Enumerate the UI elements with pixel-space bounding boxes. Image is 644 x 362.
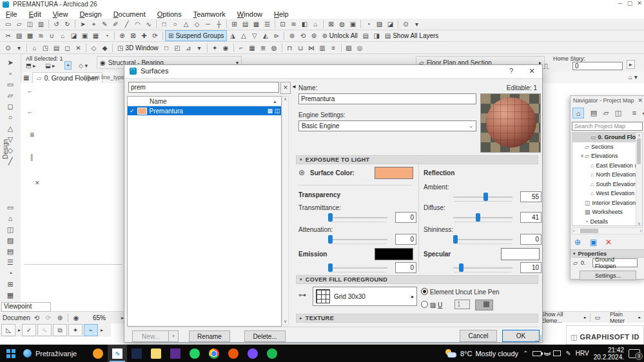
edit-a-icon-1[interactable]: ▨ bbox=[14, 31, 24, 41]
edit-b-icon-0[interactable]: ◮ bbox=[227, 31, 238, 41]
std-icon-26[interactable]: ☰ bbox=[262, 19, 273, 29]
element-uncut-radio[interactable]: Element Uncut Line Pen bbox=[421, 288, 500, 296]
wifi-icon[interactable]: ))) bbox=[544, 352, 551, 355]
rename-button[interactable]: Rename bbox=[189, 330, 230, 342]
specular-slider[interactable] bbox=[453, 263, 512, 272]
navigator-search-input[interactable]: Search Project Map bbox=[572, 122, 643, 131]
edit-a-icon-2[interactable]: ▩ bbox=[24, 31, 35, 41]
custom-pen-radio[interactable]: ▨ U bbox=[421, 301, 442, 309]
menu-edit[interactable]: Edit bbox=[23, 10, 47, 18]
engine-select[interactable]: Basic Engine⌄ bbox=[298, 120, 476, 131]
expander-icon[interactable]: ∨ bbox=[580, 153, 585, 158]
menu-teamwork[interactable]: Teamwork bbox=[188, 10, 231, 18]
std-icon-10[interactable]: ✎ bbox=[99, 19, 110, 29]
edit-b-icon-1[interactable]: △ bbox=[238, 31, 249, 41]
clock[interactable]: 21:4220.2.2024. bbox=[594, 347, 624, 361]
taskbar-search[interactable]: Pretraživanje bbox=[35, 350, 77, 357]
std-icon-25[interactable]: ▦ bbox=[251, 19, 262, 29]
std-icon-39[interactable]: ◪ bbox=[385, 19, 396, 29]
guide-lines-button[interactable]: ∿ bbox=[37, 324, 52, 336]
taskbar-app-whatsapp[interactable] bbox=[185, 345, 204, 362]
std-icon-35[interactable]: ▣ bbox=[347, 19, 358, 29]
display-icon[interactable] bbox=[553, 350, 561, 356]
edit-b-icon-6[interactable]: ⊚ bbox=[286, 31, 297, 41]
selection-icon-1[interactable]: ⬒ ▸ bbox=[26, 62, 36, 69]
3d-window-button[interactable]: ◳3D Window bbox=[115, 43, 161, 53]
expand-arrow[interactable]: ▸ bbox=[582, 315, 589, 320]
help-button[interactable]: ? bbox=[506, 67, 516, 75]
viewpoint-settings-button[interactable]: ▣ bbox=[590, 238, 597, 247]
view-b-icon-1[interactable]: ◰ bbox=[172, 43, 183, 53]
taskbar-app-archicad-installer[interactable] bbox=[224, 345, 243, 362]
tool-icon-b0[interactable]: ▭ bbox=[3, 202, 18, 213]
edit-a-icon-4[interactable]: ∪ bbox=[46, 31, 57, 41]
show-all-layers-button[interactable]: ▤Show All Layers bbox=[382, 31, 442, 41]
delete-viewpoint-button[interactable]: ✕ bbox=[605, 238, 612, 247]
edit-a-icon-7[interactable]: ▣ bbox=[79, 31, 90, 41]
list-scrollbar[interactable]: ∧∨ bbox=[282, 96, 289, 325]
view-a-icon-5[interactable]: ▤ bbox=[51, 43, 62, 53]
tool-icon-b7[interactable]: ⊞ bbox=[3, 279, 18, 289]
ruler-tool-button[interactable]: ◺ bbox=[1, 324, 15, 336]
layout-book-icon[interactable]: ▱ bbox=[600, 108, 612, 119]
expand-arrow[interactable]: ▸ bbox=[638, 108, 644, 119]
view-b-icon-16[interactable]: ▥ bbox=[317, 43, 328, 53]
story-name-input[interactable]: Ground Floopen bbox=[592, 258, 638, 267]
notification-icon[interactable]: 3 bbox=[629, 349, 640, 358]
std-icon-12[interactable]: ╱ bbox=[121, 19, 132, 29]
tree-item-east-elevation-auto-r[interactable]: ⌂East Elevation (Auto-r bbox=[572, 161, 642, 171]
std-icon-2[interactable]: ◫ bbox=[24, 19, 35, 29]
std-icon-24[interactable]: ▤ bbox=[240, 19, 251, 29]
surface-search-input[interactable]: prem bbox=[128, 82, 279, 93]
menu-window[interactable]: Window bbox=[231, 10, 268, 18]
taskbar-app-messenger[interactable] bbox=[243, 345, 262, 362]
shininess-slider[interactable] bbox=[453, 235, 512, 244]
std-icon-6[interactable]: ↻ bbox=[62, 19, 73, 29]
view-b-icon-14[interactable]: ⊔ bbox=[295, 43, 306, 53]
std-icon-38[interactable]: ▨ bbox=[374, 19, 385, 29]
tool-icon-2[interactable]: ▭ bbox=[3, 79, 18, 90]
exposure-section-header[interactable]: ▾EXPOSURE TO LIGHT bbox=[296, 155, 538, 164]
tree-item-worksheets[interactable]: ▨Worksheets bbox=[572, 207, 642, 217]
toolbox-group-design[interactable]: Design bbox=[2, 135, 9, 164]
list-header[interactable]: Name ▲ bbox=[128, 97, 281, 106]
view-b-icon-17[interactable]: ≡ bbox=[328, 43, 339, 53]
view-a-icon-7[interactable]: ✕ bbox=[73, 43, 84, 53]
edit-a-icon-6[interactable]: ◪ bbox=[68, 31, 79, 41]
taskbar-app-spotify[interactable] bbox=[262, 345, 282, 362]
std-icon-23[interactable]: ⊞ bbox=[229, 19, 240, 29]
delete-mark-icon[interactable]: ✕ bbox=[35, 180, 40, 186]
tool-icon-b3[interactable]: ▨ bbox=[3, 235, 18, 245]
fit-view-button[interactable]: ◉ bbox=[70, 313, 82, 323]
dialog-close-button[interactable]: ✕ bbox=[527, 67, 537, 75]
tree-item-west-elevation-auto[interactable]: ⌂West Elevation (Auto- bbox=[572, 189, 642, 198]
std-icon-34[interactable]: ◍ bbox=[337, 19, 347, 29]
suspend-groups-button[interactable]: ⊞Suspend Groups bbox=[165, 30, 227, 41]
zoom-forward-button[interactable]: ⟳ bbox=[43, 313, 54, 323]
menu-design[interactable]: Design bbox=[73, 10, 107, 18]
tree-item-0-ground-floopen[interactable]: ▭0. Ground Floopen bbox=[572, 133, 642, 142]
std-icon-9[interactable]: ⌖ bbox=[88, 19, 99, 29]
menu-help[interactable]: Help bbox=[268, 10, 295, 18]
edit-b-icon-7[interactable]: ⟲ bbox=[297, 31, 308, 41]
diffuse-slider[interactable] bbox=[453, 213, 512, 222]
tree-item-sections[interactable]: ▱Sections bbox=[572, 142, 642, 152]
zoom-in-button[interactable]: ⊕ bbox=[54, 313, 66, 323]
std-icon-20[interactable]: ─ bbox=[202, 19, 213, 29]
project-map-icon[interactable]: ⌂ bbox=[572, 108, 584, 119]
add-viewpoint-button[interactable]: ⊕ bbox=[574, 238, 581, 247]
dialog-title-bar[interactable]: Surfaces ? ✕ bbox=[124, 65, 542, 79]
view-b-icon-3[interactable]: ▾ bbox=[194, 43, 205, 53]
tool-icon-5[interactable]: ○ bbox=[3, 112, 18, 122]
view-a-icon-4[interactable]: ◳ bbox=[40, 43, 51, 53]
edit-a-icon-14[interactable]: ⟳ bbox=[150, 31, 161, 41]
delete-button[interactable]: Delete... bbox=[244, 330, 286, 342]
tool-icon-b8[interactable]: ▦ bbox=[3, 290, 18, 300]
cover-fill-section-header[interactable]: ▾COVER FILL FOREGROUND bbox=[296, 275, 538, 284]
expand-arrow[interactable]: ▸ bbox=[99, 325, 104, 335]
view-b-icon-11[interactable]: ◍ bbox=[269, 43, 280, 53]
expand-arrow[interactable]: ▸ bbox=[636, 315, 643, 320]
taskbar-app-archicad[interactable]: ∿ bbox=[108, 345, 127, 362]
tool-icon-b6[interactable]: ◔ bbox=[3, 268, 18, 278]
view-a-icon-10[interactable]: ◆ bbox=[99, 43, 110, 53]
